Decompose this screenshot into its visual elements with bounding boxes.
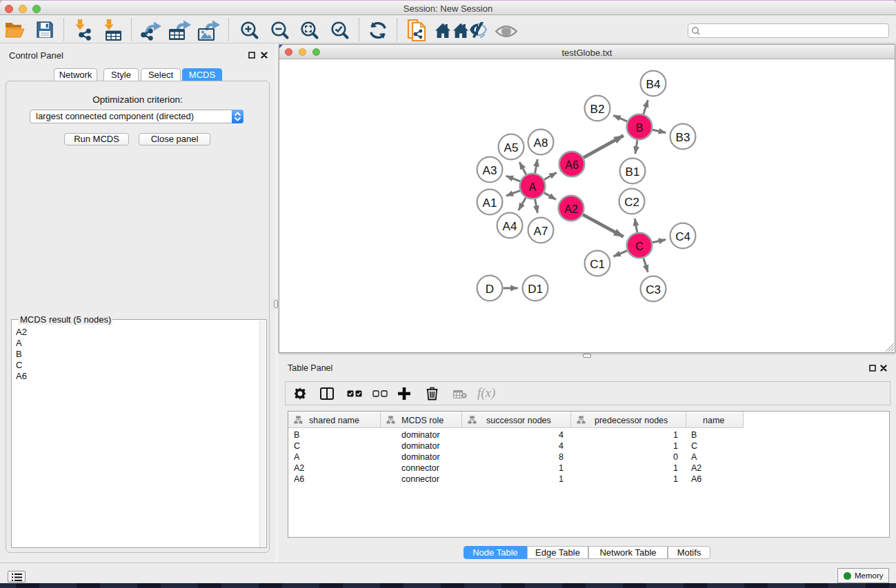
- svg-text:A1: A1: [483, 196, 497, 210]
- svg-text:C2: C2: [624, 196, 639, 209]
- svg-text:D: D: [486, 283, 494, 296]
- svg-text:A7: A7: [534, 225, 548, 238]
- svg-text:A5: A5: [504, 141, 519, 154]
- svg-text:A: A: [529, 181, 537, 193]
- svg-text:B2: B2: [590, 103, 605, 116]
- svg-text:D1: D1: [528, 283, 543, 296]
- svg-text:A2: A2: [564, 203, 578, 215]
- svg-text:C3: C3: [646, 283, 661, 296]
- svg-text:A6: A6: [565, 159, 579, 171]
- svg-text:A8: A8: [534, 136, 548, 150]
- svg-text:B: B: [636, 122, 644, 134]
- svg-text:A4: A4: [503, 220, 517, 233]
- svg-text:A3: A3: [483, 164, 497, 177]
- svg-text:B3: B3: [676, 131, 690, 144]
- svg-text:C4: C4: [675, 230, 690, 243]
- svg-text:C1: C1: [590, 258, 605, 271]
- svg-text:B1: B1: [626, 165, 640, 179]
- svg-text:C: C: [635, 241, 644, 252]
- svg-text:B4: B4: [646, 78, 661, 91]
